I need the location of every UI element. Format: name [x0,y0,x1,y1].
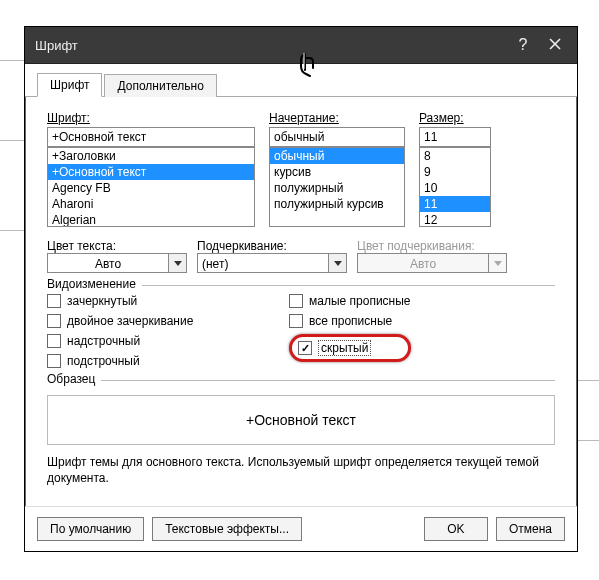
checkbox-label: надстрочный [67,334,140,348]
checkbox-label: подстрочный [67,354,140,368]
close-icon [549,37,561,53]
list-item[interactable]: 12 [420,212,490,227]
checkbox-icon [298,341,312,355]
set-default-button[interactable]: По умолчанию [37,517,144,541]
list-item[interactable]: 10 [420,180,490,196]
font-color-value: Авто [47,253,169,273]
checkbox-superscript[interactable]: надстрочный [47,334,247,348]
theme-font-description: Шрифт темы для основного текста. Использ… [47,455,555,486]
style-input[interactable] [269,127,405,147]
checkbox-icon [47,334,61,348]
list-item[interactable]: Aharoni [48,196,254,212]
checkbox-icon [289,314,303,328]
checkbox-icon [47,314,61,328]
help-button[interactable]: ? [507,31,539,59]
tab-advanced[interactable]: Дополнительно [104,74,216,97]
style-label: Начертание: [269,111,405,125]
underline-combo[interactable]: (нет) [197,253,347,273]
checkbox-icon [47,354,61,368]
checkbox-hidden[interactable]: скрытый [298,340,371,356]
checkbox-icon [289,294,303,308]
checkbox-label: малые прописные [309,294,411,308]
size-input[interactable] [419,127,491,147]
list-item[interactable]: обычный [270,148,404,164]
style-listbox[interactable]: обычный курсив полужирный полужирный кур… [269,147,405,227]
checkbox-strike[interactable]: зачеркнутый [47,294,247,308]
checkbox-label: все прописные [309,314,392,328]
list-item[interactable]: +Заголовки [48,148,254,164]
tab-strip: Шрифт Дополнительно [25,64,577,97]
font-label: Шрифт: [47,111,255,125]
list-item[interactable]: 11 [420,196,490,212]
chevron-down-icon [169,253,187,273]
cancel-button[interactable]: Отмена [496,517,565,541]
chevron-down-icon [329,253,347,273]
underline-color-combo: Авто [357,253,507,273]
checkbox-double-strike[interactable]: двойное зачеркивание [47,314,247,328]
size-listbox[interactable]: 8 9 10 11 12 [419,147,491,227]
dialog-body: Шрифт: +Заголовки +Основной текст Agency… [25,97,577,494]
list-item[interactable]: курсив [270,164,404,180]
text-effects-button[interactable]: Текстовые эффекты... [152,517,302,541]
list-item[interactable]: Agency FB [48,180,254,196]
sample-text: +Основной текст [246,412,356,428]
list-item[interactable]: 8 [420,148,490,164]
size-label: Размер: [419,111,491,125]
checkbox-label: зачеркнутый [67,294,137,308]
sample-group: Образец +Основной текст Шрифт темы для о… [47,380,555,486]
underline-value: (нет) [197,253,329,273]
effects-group: Видоизменение зачеркнутый двойное зачерк… [47,285,555,368]
checkbox-hidden-highlight: скрытый [289,334,411,362]
checkbox-icon [47,294,61,308]
tab-font[interactable]: Шрифт [37,73,102,97]
close-button[interactable] [539,31,571,59]
titlebar: Шрифт ? [25,27,577,64]
list-item[interactable]: Algerian [48,212,254,227]
list-item[interactable]: полужирный [270,180,404,196]
font-input[interactable] [47,127,255,147]
list-item[interactable]: полужирный курсив [270,196,404,212]
checkbox-subscript[interactable]: подстрочный [47,354,247,368]
sample-legend: Образец [47,372,101,386]
font-color-combo[interactable]: Авто [47,253,187,273]
effects-legend: Видоизменение [47,277,142,291]
font-color-label: Цвет текста: [47,239,116,253]
dialog-footer: По умолчанию Текстовые эффекты... OK Отм… [25,506,577,551]
sample-preview: +Основной текст [47,395,555,445]
window-title: Шрифт [35,38,78,53]
checkbox-label: скрытый [318,340,371,356]
list-item[interactable]: 9 [420,164,490,180]
help-icon: ? [519,36,528,54]
ok-button[interactable]: OK [424,517,488,541]
list-item[interactable]: +Основной текст [48,164,254,180]
checkbox-smallcaps[interactable]: малые прописные [289,294,411,308]
font-listbox[interactable]: +Заголовки +Основной текст Agency FB Aha… [47,147,255,227]
chevron-down-icon [489,253,507,273]
underline-color-value: Авто [357,253,489,273]
checkbox-label: двойное зачеркивание [67,314,193,328]
underline-color-label: Цвет подчеркивания: [357,239,475,253]
underline-label: Подчеркивание: [197,239,287,253]
font-dialog: Шрифт ? Шрифт Дополнительно [24,26,578,552]
checkbox-allcaps[interactable]: все прописные [289,314,411,328]
